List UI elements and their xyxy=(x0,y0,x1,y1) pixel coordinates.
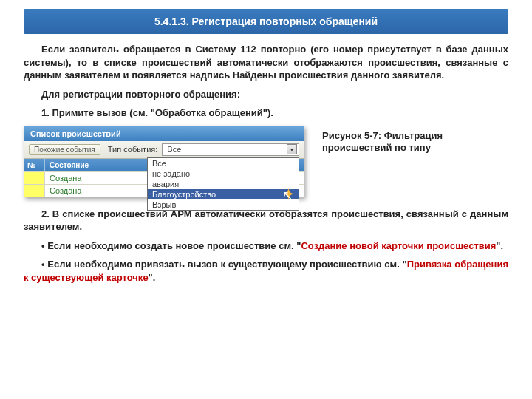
type-dropdown[interactable]: Все ▼ xyxy=(162,143,299,156)
dropdown-option[interactable]: Взрыв xyxy=(148,200,299,210)
row-number xyxy=(24,172,45,184)
screenshot-header: Список происшествий xyxy=(24,126,304,141)
bullet-attach: • Если необходимо привязать вызов к суще… xyxy=(24,258,508,284)
similar-events-button[interactable]: Похожие события xyxy=(29,144,100,155)
link-create-card[interactable]: Создание новой карточки происшествия xyxy=(301,240,496,251)
chevron-down-icon[interactable]: ▼ xyxy=(287,144,297,154)
dropdown-option[interactable]: Все xyxy=(148,158,299,168)
col-header-number: № xyxy=(24,159,45,171)
filter-label: Тип события: xyxy=(108,145,158,154)
filter-row: Похожие события Тип события: Все ▼ Все н… xyxy=(24,141,304,159)
step-2: 2. В списке происшествий АРМ автоматичес… xyxy=(24,208,508,233)
paragraph-steps-intro: Для регистрации повторного обращения: xyxy=(24,88,508,101)
figure-caption: Рисунок 5-7: Фильтрация происшествий по … xyxy=(322,126,470,154)
dropdown-option[interactable]: не задано xyxy=(148,168,299,179)
dropdown-list[interactable]: Все не задано авария Благоустройство ✦ ↖… xyxy=(147,157,299,211)
paragraph-intro: Если заявитель обращается в Систему 112 … xyxy=(24,43,508,82)
row-number xyxy=(24,185,45,197)
bullet-create: • Если необходимо создать новое происшес… xyxy=(24,239,508,253)
highlight-sparkle-icon: ✦ xyxy=(283,186,294,202)
screenshot: Список происшествий Похожие события Тип … xyxy=(24,126,304,197)
dropdown-selected: Все xyxy=(167,145,181,154)
dropdown-option[interactable]: авария xyxy=(148,179,299,189)
step-1: 1. Примите вызов (см. "Обработка обращен… xyxy=(24,106,508,120)
dropdown-option-selected[interactable]: Благоустройство ✦ ↖ xyxy=(148,189,299,200)
figure-block: Список происшествий Похожие события Тип … xyxy=(24,126,508,197)
section-title: 5.4.1.3. Регистрация повторных обращений xyxy=(24,9,508,34)
